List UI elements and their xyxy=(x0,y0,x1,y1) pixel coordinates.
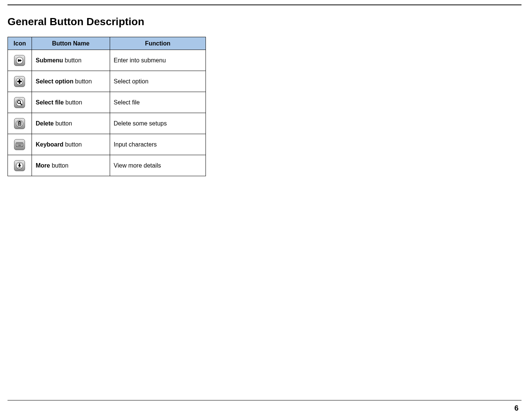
header-name: Button Name xyxy=(32,37,110,50)
table-header-row: Icon Button Name Function xyxy=(8,37,206,50)
button-name-rest: button xyxy=(54,120,72,127)
button-description-table: Icon Button Name Function xyxy=(8,37,206,176)
function-cell: View more details xyxy=(110,155,206,176)
icon-cell xyxy=(8,71,32,92)
button-name-bold: Select file xyxy=(36,99,64,106)
button-name-bold: Delete xyxy=(36,120,54,127)
button-name-bold: Submenu xyxy=(36,57,63,63)
table-row: Keyboard button Input characters xyxy=(8,134,206,155)
svg-rect-31 xyxy=(19,163,20,165)
button-name-rest: button xyxy=(73,78,92,85)
magnifier-icon xyxy=(14,97,25,108)
button-name-rest: button xyxy=(50,162,68,169)
plus-icon xyxy=(14,76,25,87)
button-name-rest: button xyxy=(63,57,82,63)
icon-cell xyxy=(8,92,32,113)
name-cell: Select file button xyxy=(32,92,110,113)
page-number: 6 xyxy=(514,404,518,412)
svg-rect-21 xyxy=(17,144,18,144)
icon-cell xyxy=(8,134,32,155)
table-row: Select option button Select option xyxy=(8,71,206,92)
function-cell: Delete some setups xyxy=(110,113,206,134)
arrow-right-icon xyxy=(14,55,25,66)
name-cell: Delete button xyxy=(32,113,110,134)
name-cell: Submenu button xyxy=(32,50,110,71)
icon-cell xyxy=(8,113,32,134)
button-name-bold: Select option xyxy=(36,78,73,85)
table-row: Delete button Delete some setups xyxy=(8,113,206,134)
svg-rect-25 xyxy=(21,144,22,144)
svg-rect-26 xyxy=(17,145,18,145)
function-cell: Enter into submenu xyxy=(110,50,206,71)
table-row: More button View more details xyxy=(8,155,206,176)
name-cell: Keyboard button xyxy=(32,134,110,155)
bottom-rule xyxy=(8,400,521,400)
function-cell: Select file xyxy=(110,92,206,113)
download-icon xyxy=(14,160,25,171)
header-icon: Icon xyxy=(8,37,32,50)
svg-rect-20 xyxy=(16,143,23,147)
icon-cell xyxy=(8,50,32,71)
svg-rect-22 xyxy=(18,144,19,144)
top-rule xyxy=(8,5,521,5)
page-content: General Button Description Icon Button N… xyxy=(0,16,529,176)
svg-point-33 xyxy=(19,167,20,168)
svg-rect-28 xyxy=(21,145,22,145)
svg-rect-27 xyxy=(18,145,21,145)
svg-rect-15 xyxy=(19,121,20,122)
function-cell: Input characters xyxy=(110,134,206,155)
page-title: General Button Description xyxy=(8,16,521,28)
svg-rect-2 xyxy=(18,60,20,61)
button-name-rest: button xyxy=(63,141,82,148)
svg-rect-6 xyxy=(17,81,22,82)
function-cell: Select option xyxy=(110,71,206,92)
svg-rect-23 xyxy=(19,144,20,144)
table-row: Select file button Select file xyxy=(8,92,206,113)
icon-cell xyxy=(8,155,32,176)
table-row: Submenu button Enter into submenu xyxy=(8,50,206,71)
name-cell: Select option button xyxy=(32,71,110,92)
button-name-rest: button xyxy=(64,99,82,106)
trash-icon xyxy=(14,118,25,129)
button-name-bold: Keyboard xyxy=(36,141,63,148)
svg-point-34 xyxy=(21,167,21,168)
svg-point-32 xyxy=(18,167,19,168)
header-function: Function xyxy=(110,37,206,50)
keyboard-icon xyxy=(14,139,25,150)
svg-rect-14 xyxy=(18,121,21,122)
name-cell: More button xyxy=(32,155,110,176)
button-name-bold: More xyxy=(36,162,50,169)
svg-rect-24 xyxy=(20,144,21,144)
